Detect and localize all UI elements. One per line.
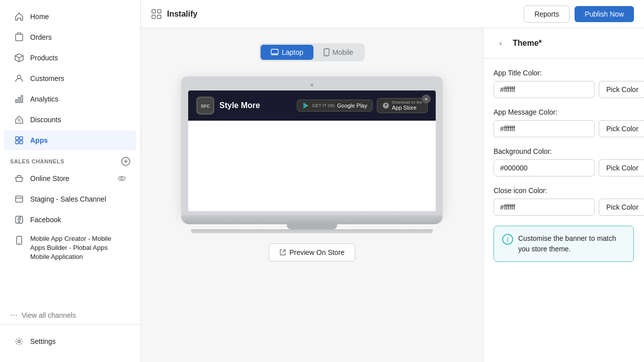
analytics-icon bbox=[14, 94, 24, 104]
mobile-icon bbox=[324, 48, 330, 56]
sidebar-item-customers-label: Customers bbox=[30, 74, 64, 82]
background-pick-color-button[interactable]: Pick Color bbox=[599, 159, 644, 176]
svg-rect-21 bbox=[152, 15, 155, 19]
sidebar-item-analytics-label: Analytics bbox=[30, 95, 58, 103]
sidebar-item-home[interactable]: Home bbox=[4, 7, 136, 27]
preview-area: Laptop Mobile bbox=[141, 28, 483, 362]
sidebar-item-apps[interactable]: Apps bbox=[4, 130, 136, 150]
sidebar-item-discounts-label: Discounts bbox=[30, 116, 61, 124]
background-color-input[interactable] bbox=[494, 159, 595, 176]
app-title-pick-color-button[interactable]: Pick Color bbox=[599, 81, 644, 98]
sidebar-item-online-store[interactable]: Online Store bbox=[4, 168, 136, 189]
tab-laptop[interactable]: Laptop bbox=[261, 45, 313, 60]
svg-point-5 bbox=[18, 119, 19, 120]
publish-button[interactable]: Publish Now bbox=[575, 6, 634, 22]
online-store-icon bbox=[14, 173, 24, 184]
close-icon-pick-color-button[interactable]: Pick Color bbox=[599, 199, 644, 216]
svg-rect-19 bbox=[152, 10, 155, 13]
settings-label: Settings bbox=[30, 337, 56, 345]
svg-rect-9 bbox=[16, 141, 19, 144]
svg-text:SFC: SFC bbox=[201, 104, 210, 109]
panel-back-button[interactable]: ‹ bbox=[494, 36, 508, 50]
apps-icon bbox=[14, 135, 24, 145]
mobile-app-icon bbox=[14, 235, 24, 245]
laptop-stand bbox=[287, 224, 337, 229]
facebook-icon bbox=[14, 215, 24, 225]
eye-icon[interactable] bbox=[117, 174, 126, 183]
reports-button[interactable]: Reports bbox=[524, 6, 570, 23]
sidebar-item-facebook[interactable]: Facebook bbox=[4, 210, 136, 230]
svg-rect-23 bbox=[271, 49, 278, 54]
add-channel-icon[interactable] bbox=[121, 157, 130, 166]
app-title-color-row: Pick Color bbox=[494, 81, 634, 98]
svg-rect-10 bbox=[20, 141, 23, 144]
svg-point-18 bbox=[18, 340, 21, 343]
discounts-icon bbox=[14, 115, 24, 125]
theme-panel: ‹ Theme* App Title Color: Pick Color App… bbox=[483, 28, 644, 362]
preview-store-label: Preview On Store bbox=[289, 248, 345, 256]
sidebar-item-staging[interactable]: Staging - Sales Channel bbox=[4, 189, 136, 209]
external-link-icon bbox=[279, 249, 286, 256]
sidebar-item-home-label: Home bbox=[30, 13, 49, 21]
camera-dot bbox=[310, 83, 313, 86]
svg-rect-14 bbox=[16, 196, 23, 202]
customers-icon bbox=[14, 73, 24, 83]
sidebar-item-orders-label: Orders bbox=[30, 33, 52, 41]
svg-point-17 bbox=[19, 243, 20, 244]
svg-rect-8 bbox=[20, 137, 23, 140]
sidebar-item-customers[interactable]: Customers bbox=[4, 68, 136, 88]
sidebar-item-analytics[interactable]: Analytics bbox=[4, 89, 136, 109]
svg-rect-4 bbox=[21, 96, 23, 103]
close-icon-color-row: Pick Color bbox=[494, 199, 634, 216]
header-left: Instalify bbox=[151, 9, 197, 20]
sidebar-item-discounts[interactable]: Discounts bbox=[4, 110, 136, 130]
sidebar-item-orders[interactable]: Orders bbox=[4, 27, 136, 47]
banner-close-button[interactable]: × bbox=[422, 95, 431, 104]
svg-point-6 bbox=[20, 121, 21, 122]
panel-title: Theme* bbox=[513, 39, 542, 48]
staging-icon bbox=[14, 194, 24, 204]
banner-content-area bbox=[188, 121, 436, 201]
app-banner: SFC Style More bbox=[188, 90, 436, 121]
laptop-base bbox=[181, 215, 443, 224]
panel-body: App Title Color: Pick Color App Message … bbox=[484, 59, 644, 272]
sidebar-item-mobile-app[interactable]: Mobile App Creator - Mobile Apps Builder… bbox=[4, 230, 136, 266]
laptop-foot bbox=[191, 229, 433, 233]
info-box: i Customise the banner to match you stor… bbox=[494, 226, 634, 262]
app-message-color-label: App Message Color: bbox=[494, 108, 634, 116]
sidebar-item-settings[interactable]: Settings bbox=[4, 331, 136, 351]
app-message-color-input[interactable] bbox=[494, 120, 595, 137]
laptop-screen-inner: SFC Style More bbox=[188, 90, 436, 211]
settings-icon bbox=[14, 336, 24, 346]
header: Instalify Reports Publish Now bbox=[141, 0, 644, 28]
sidebar-item-products[interactable]: Products bbox=[4, 48, 136, 68]
app-banner-name: Style More bbox=[219, 101, 292, 110]
tab-mobile-label: Mobile bbox=[333, 48, 353, 56]
preview-store-button[interactable]: Preview On Store bbox=[269, 243, 355, 261]
body-area: Laptop Mobile bbox=[141, 28, 644, 362]
tab-mobile[interactable]: Mobile bbox=[313, 45, 363, 60]
view-all-channels[interactable]: ··· View all channels bbox=[0, 306, 140, 324]
app-message-pick-color-button[interactable]: Pick Color bbox=[599, 120, 644, 137]
close-icon-color-group: Close icon Color: Pick Color bbox=[494, 187, 634, 216]
tab-laptop-label: Laptop bbox=[282, 48, 303, 56]
svg-rect-22 bbox=[157, 15, 161, 19]
svg-point-12 bbox=[118, 176, 125, 180]
header-actions: Reports Publish Now bbox=[524, 6, 634, 23]
svg-rect-7 bbox=[16, 137, 19, 140]
background-color-label: Background Color: bbox=[494, 147, 634, 155]
mobile-app-label: Mobile App Creator - Mobile Apps Builder… bbox=[30, 234, 126, 262]
google-play-badge[interactable]: GET IT ON Google Play bbox=[297, 100, 373, 112]
dots-icon: ··· bbox=[10, 310, 18, 320]
info-icon: i bbox=[502, 234, 513, 245]
store-badges: GET IT ON Google Play Download on bbox=[297, 98, 428, 114]
tab-switcher: Laptop Mobile bbox=[259, 43, 365, 61]
app-store-badge[interactable]: Download on the App Store bbox=[377, 98, 428, 114]
close-icon-color-input[interactable] bbox=[494, 199, 595, 216]
sidebar: Home Orders Products bbox=[0, 0, 141, 362]
sidebar-bottom: Settings bbox=[0, 324, 140, 362]
laptop-mockup: SFC Style More bbox=[181, 76, 443, 233]
app-title-color-input[interactable] bbox=[494, 81, 595, 98]
background-color-row: Pick Color bbox=[494, 159, 634, 176]
svg-point-13 bbox=[121, 177, 123, 179]
